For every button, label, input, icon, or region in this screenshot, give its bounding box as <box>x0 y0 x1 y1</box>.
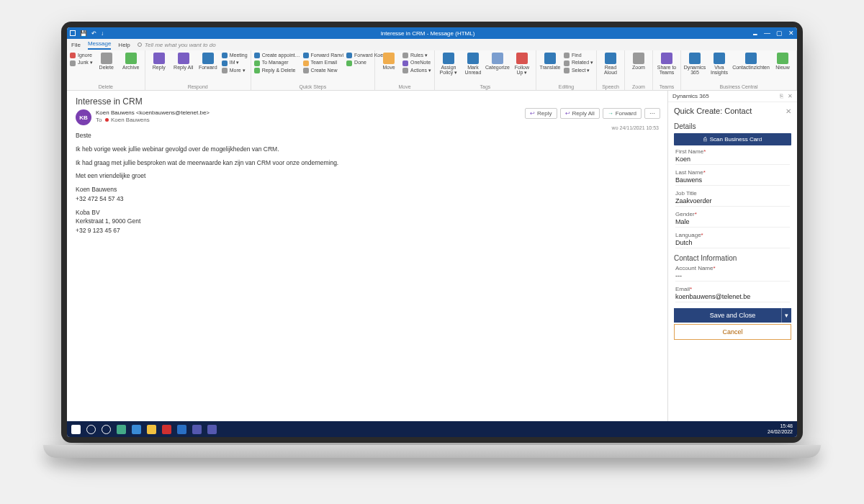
assign-policy-button[interactable]: Assign Policy ▾ <box>438 53 459 75</box>
more-button[interactable]: More ▾ <box>222 68 248 73</box>
forward-button[interactable]: Forward <box>197 53 219 70</box>
edge-icon[interactable] <box>132 425 141 434</box>
contactinzichten-button[interactable]: Contactinzichten <box>733 53 769 70</box>
presence-dot-icon <box>105 118 109 122</box>
teams-taskbar-icon[interactable] <box>192 425 202 434</box>
ribbon-group-delete: Ignore Junk ▾ Delete Archive Delete <box>67 50 145 90</box>
taskview-icon[interactable] <box>117 425 126 434</box>
qs-create-new[interactable]: Create New <box>303 68 344 73</box>
first-name-label: First Name <box>675 148 703 155</box>
sender-avatar: KB <box>76 109 91 125</box>
qat-save-icon[interactable]: 💾 <box>80 30 87 37</box>
ribbon-group-quicksteps: Create appoint… To Manager Reply & Delet… <box>251 50 375 90</box>
reply-all-button[interactable]: Reply All <box>173 53 194 70</box>
cortana-icon[interactable] <box>102 425 111 434</box>
app-icon <box>70 30 76 36</box>
main-area: Interesse in CRM KB Koen Bauwens <koenba… <box>67 91 797 421</box>
read-aloud-button[interactable]: Read Aloud <box>600 53 621 75</box>
action-more[interactable]: ⋯ <box>644 108 660 119</box>
last-name-field[interactable]: Bauwens <box>675 176 790 186</box>
first-name-field[interactable]: Koen <box>675 155 790 165</box>
junk-button[interactable]: Junk ▾ <box>70 60 93 66</box>
related-button[interactable]: Related ▾ <box>564 60 593 66</box>
qs-reply-delete[interactable]: Reply & Delete <box>254 68 300 73</box>
window-minimize-icon[interactable]: 🗕 <box>752 30 758 37</box>
zoom-icon <box>633 53 644 64</box>
tab-file[interactable]: File <box>71 42 81 48</box>
gender-field[interactable]: Male <box>675 217 790 228</box>
share-teams-button[interactable]: Share to Teams <box>656 53 678 75</box>
actions-button[interactable]: Actions ▾ <box>402 68 431 73</box>
message-actions: ↩Reply ↩Reply All →Forward ⋯ <box>525 108 660 119</box>
scan-business-card-button[interactable]: ⎙Scan Business Card <box>674 133 791 145</box>
search-icon[interactable] <box>86 425 96 434</box>
start-button[interactable] <box>71 425 81 434</box>
nieuw-button[interactable]: Nieuw <box>772 53 793 70</box>
job-title-field[interactable]: Zaakvoerder <box>675 197 790 207</box>
account-name-field[interactable]: --- <box>675 271 790 282</box>
window-close-button[interactable]: ✕ <box>788 30 794 37</box>
delete-button[interactable]: Delete <box>96 53 117 70</box>
reading-pane: Interesse in CRM KB Koen Bauwens <koenba… <box>67 91 667 421</box>
system-clock[interactable]: 15:48 24/02/2022 <box>768 423 793 434</box>
tab-help[interactable]: Help <box>118 42 130 48</box>
translate-button[interactable]: Translate <box>539 53 561 70</box>
window-maximize-button[interactable]: ▢ <box>776 30 783 37</box>
app-icon-1[interactable] <box>162 425 171 434</box>
gender-label: Gender <box>675 211 695 217</box>
im-button[interactable]: IM ▾ <box>222 60 248 66</box>
to-line: To Koen Bauwens <box>96 117 210 124</box>
pane-close-icon[interactable]: ✕ <box>788 93 793 99</box>
find-button[interactable]: Find <box>564 53 593 58</box>
from-line: Koen Bauwens <koenbauwens@telenet.be> <box>96 109 210 117</box>
ignore-button[interactable]: Ignore <box>70 53 93 58</box>
window-minimize-button[interactable]: — <box>764 30 770 37</box>
reply-button[interactable]: Reply <box>148 53 170 70</box>
meeting-button[interactable]: Meeting <box>222 53 248 58</box>
action-reply[interactable]: ↩Reply <box>525 108 557 119</box>
follow-up-button[interactable]: Follow Up ▾ <box>511 53 533 75</box>
ribbon-group-move: Move Rules ▾ OneNote Actions ▾ Move <box>375 50 435 90</box>
group-label-tags: Tags <box>438 84 533 89</box>
qs-create-appoint[interactable]: Create appoint… <box>254 53 300 58</box>
screen: 💾 ↶ ↓ Interesse in CRM - Message (HTML) … <box>67 27 797 437</box>
viva-icon <box>714 53 725 64</box>
action-forward[interactable]: →Forward <box>603 108 642 119</box>
email-field[interactable]: koenbauwens@telenet.be <box>675 292 790 302</box>
more-icon <box>222 68 228 73</box>
onenote-button[interactable]: OneNote <box>402 60 431 66</box>
app-icon-2[interactable] <box>207 425 217 434</box>
message-body: Beste Ik heb vorige week jullie webinar … <box>76 131 659 235</box>
laptop-base <box>43 445 821 458</box>
pane-popout-icon[interactable]: ⎘ <box>780 93 783 99</box>
save-dropdown-icon[interactable]: ▾ <box>781 308 791 323</box>
meeting-icon <box>222 53 228 58</box>
save-and-close-button[interactable]: Save and Close ▾ <box>674 308 791 323</box>
cancel-button[interactable]: Cancel <box>674 324 791 340</box>
outlook-taskbar-icon[interactable] <box>177 425 186 434</box>
rules-button[interactable]: Rules ▾ <box>402 53 431 58</box>
qat-undo-icon[interactable]: ↶ <box>91 30 96 37</box>
qs-forward-ranvi[interactable]: Forward Ranvi <box>303 53 344 58</box>
explorer-icon[interactable] <box>147 425 156 434</box>
move-button[interactable]: Move <box>378 53 400 70</box>
dynamics365-button[interactable]: Dynamics 365 <box>684 53 706 75</box>
mark-unread-button[interactable]: Mark Unread <box>462 53 484 75</box>
tab-message[interactable]: Message <box>88 40 111 50</box>
qs-to-manager[interactable]: To Manager <box>254 60 300 66</box>
language-field[interactable]: Dutch <box>675 238 790 248</box>
action-reply-all[interactable]: ↩Reply All <box>560 108 600 119</box>
scan-icon: ⎙ <box>703 136 707 143</box>
tell-me-search[interactable]: Tell me what you want to do <box>138 42 216 48</box>
d365-icon <box>689 53 701 64</box>
categorize-button[interactable]: Categorize <box>487 53 508 70</box>
quick-create-close-icon[interactable]: ✕ <box>786 107 791 115</box>
zoom-button[interactable]: Zoom <box>628 53 649 70</box>
ribbon-group-respond: Reply Reply All Forward Meeting IM ▾ Mor… <box>145 50 251 90</box>
group-label-editing: Editing <box>539 84 593 89</box>
viva-insights-button[interactable]: Viva Insights <box>708 53 730 75</box>
select-button[interactable]: Select ▾ <box>564 68 593 73</box>
archive-button[interactable]: Archive <box>120 53 142 70</box>
reply-all-icon <box>178 53 189 64</box>
qs-team-email[interactable]: Team Email <box>303 60 344 66</box>
